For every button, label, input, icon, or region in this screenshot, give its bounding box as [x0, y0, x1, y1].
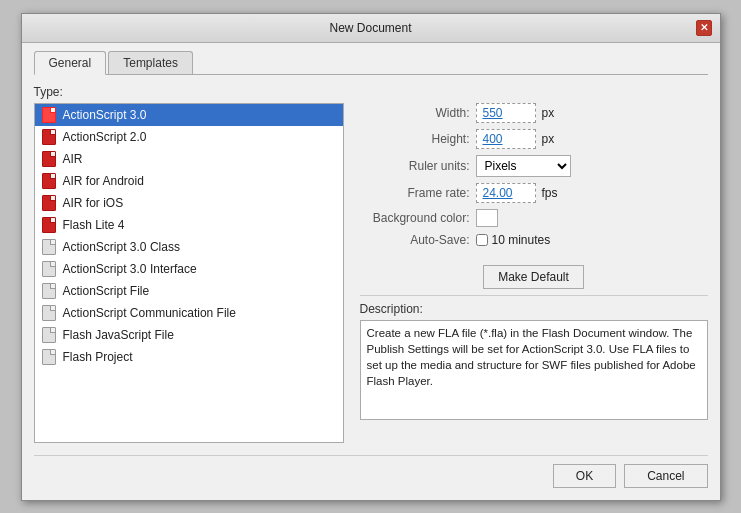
width-row: Width: 550 px [360, 103, 708, 123]
width-unit: px [542, 106, 555, 120]
description-label: Description: [360, 302, 708, 316]
gray-doc-icon [41, 283, 57, 299]
list-item-label: ActionScript Communication File [63, 306, 236, 320]
list-item-as2[interactable]: ActionScript 2.0 [35, 126, 343, 148]
list-item-label: ActionScript 2.0 [63, 130, 147, 144]
type-label: Type: [34, 85, 708, 99]
type-list[interactable]: ActionScript 3.0ActionScript 2.0AIRAIR f… [34, 103, 344, 443]
tabs-bar: General Templates [34, 51, 708, 75]
autosave-checkbox-wrapper: 10 minutes [476, 233, 551, 247]
ruler-select-wrapper: Pixels Inches Points Centimeters Millime… [476, 155, 571, 177]
new-document-dialog: New Document ✕ General Templates Type: A… [21, 13, 721, 501]
list-item-as3-interface[interactable]: ActionScript 3.0 Interface [35, 258, 343, 280]
make-default-button[interactable]: Make Default [483, 265, 584, 289]
ruler-row: Ruler units: Pixels Inches Points Centim… [360, 155, 708, 177]
red-doc-icon [41, 195, 57, 211]
list-item-as3-class[interactable]: ActionScript 3.0 Class [35, 236, 343, 258]
list-item-label: Flash Project [63, 350, 133, 364]
properties-area: Width: 550 px Height: 400 px Ruler units… [360, 103, 708, 247]
list-item-flash-project[interactable]: Flash Project [35, 346, 343, 368]
tab-general[interactable]: General [34, 51, 107, 75]
cancel-button[interactable]: Cancel [624, 464, 707, 488]
height-label: Height: [360, 132, 470, 146]
list-item-label: AIR for Android [63, 174, 144, 188]
title-bar: New Document ✕ [22, 14, 720, 43]
bgcolor-row: Background color: [360, 209, 708, 227]
gray-doc-icon [41, 349, 57, 365]
list-item-air[interactable]: AIR [35, 148, 343, 170]
list-item-label: Flash Lite 4 [63, 218, 125, 232]
red-doc-icon [41, 217, 57, 233]
main-area: ActionScript 3.0ActionScript 2.0AIRAIR f… [34, 103, 708, 443]
list-item-flash-js[interactable]: Flash JavaScript File [35, 324, 343, 346]
height-value[interactable]: 400 [476, 129, 536, 149]
framerate-label: Frame rate: [360, 186, 470, 200]
bgcolor-swatch[interactable] [476, 209, 498, 227]
red-doc-icon [41, 151, 57, 167]
bgcolor-label: Background color: [360, 211, 470, 225]
width-label: Width: [360, 106, 470, 120]
gray-doc-icon [41, 261, 57, 277]
list-item-air-android[interactable]: AIR for Android [35, 170, 343, 192]
dialog-content: General Templates Type: ActionScript 3.0… [22, 43, 720, 500]
description-box: Create a new FLA file (*.fla) in the Fla… [360, 320, 708, 420]
list-item-label: ActionScript 3.0 Class [63, 240, 180, 254]
divider [360, 295, 708, 296]
ruler-select[interactable]: Pixels Inches Points Centimeters Millime… [476, 155, 571, 177]
ruler-label: Ruler units: [360, 159, 470, 173]
ok-button[interactable]: OK [553, 464, 616, 488]
autosave-checkbox[interactable] [476, 234, 488, 246]
red-doc-icon [41, 173, 57, 189]
gray-doc-icon [41, 305, 57, 321]
framerate-value[interactable]: 24.00 [476, 183, 536, 203]
list-item-as-comm[interactable]: ActionScript Communication File [35, 302, 343, 324]
list-item-label: ActionScript 3.0 Interface [63, 262, 197, 276]
description-content: Create a new FLA file (*.fla) in the Fla… [367, 327, 696, 387]
list-item-flash-lite4[interactable]: Flash Lite 4 [35, 214, 343, 236]
framerate-unit: fps [542, 186, 558, 200]
red-doc-icon [41, 129, 57, 145]
framerate-row: Frame rate: 24.00 fps [360, 183, 708, 203]
width-value[interactable]: 550 [476, 103, 536, 123]
list-item-label: ActionScript 3.0 [63, 108, 147, 122]
right-panel: Width: 550 px Height: 400 px Ruler units… [360, 103, 708, 443]
red-doc-icon [41, 107, 57, 123]
autosave-label: Auto-Save: [360, 233, 470, 247]
list-item-air-ios[interactable]: AIR for iOS [35, 192, 343, 214]
height-unit: px [542, 132, 555, 146]
list-item-label: Flash JavaScript File [63, 328, 174, 342]
description-text: Create a new FLA file (*.fla) in the Fla… [367, 325, 701, 415]
list-item-as3[interactable]: ActionScript 3.0 [35, 104, 343, 126]
gray-doc-icon [41, 327, 57, 343]
dialog-title: New Document [46, 21, 696, 35]
autosave-minutes: 10 minutes [492, 233, 551, 247]
tab-templates[interactable]: Templates [108, 51, 193, 74]
list-item-label: AIR [63, 152, 83, 166]
make-default-wrapper: Make Default [360, 261, 708, 289]
gray-doc-icon [41, 239, 57, 255]
list-item-label: AIR for iOS [63, 196, 124, 210]
list-item-label: ActionScript File [63, 284, 150, 298]
bottom-buttons: OK Cancel [34, 455, 708, 488]
list-item-as-file[interactable]: ActionScript File [35, 280, 343, 302]
close-button[interactable]: ✕ [696, 20, 712, 36]
autosave-row: Auto-Save: 10 minutes [360, 233, 708, 247]
height-row: Height: 400 px [360, 129, 708, 149]
